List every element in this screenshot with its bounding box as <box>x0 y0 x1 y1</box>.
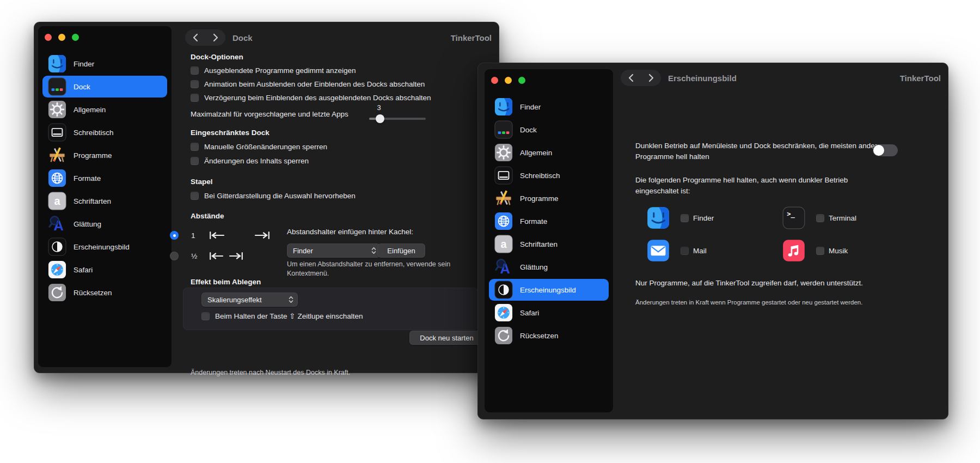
sidebar-item-label: Rücksetzen <box>74 289 112 297</box>
sidebar-item-formate[interactable]: Formate <box>42 167 167 189</box>
finder-icon <box>647 206 670 229</box>
sidebar-item-label: Formate <box>520 217 547 226</box>
sidebar-item-glaettung[interactable]: AGlättung <box>42 213 167 235</box>
sidebar-item-finder[interactable]: Finder <box>42 53 167 75</box>
section-title-spacing: Abstände <box>191 212 224 220</box>
sidebar-item-dock[interactable]: Dock <box>42 76 167 98</box>
slider-track[interactable] <box>369 118 426 120</box>
sidebar-item-schriftarten[interactable]: aSchriftarten <box>489 233 609 255</box>
apps-icon <box>494 189 513 208</box>
sidebar-item-label: Programme <box>520 194 559 203</box>
checkbox-dim-hidden-apps[interactable] <box>191 66 199 75</box>
checkbox-grid-highlight[interactable] <box>191 192 199 200</box>
sidebar-item-ruecksetzen[interactable]: Rücksetzen <box>489 325 609 346</box>
sidebar-item-label: Schriftarten <box>520 240 558 248</box>
section-title-restricted-dock: Eingeschränktes Dock <box>191 129 270 137</box>
section-title-stacks: Stapel <box>191 178 213 186</box>
app-item-mail: Mail <box>647 239 707 263</box>
checkbox-row: Änderungen des Inhalts sperren <box>191 157 309 165</box>
toggle-knob <box>873 145 884 156</box>
smoothing-icon: A <box>48 215 66 233</box>
max-apps-label: Maximalzahl für vorgeschlagene und letzt… <box>191 109 348 120</box>
reset-icon <box>494 326 513 345</box>
checkbox-lock-contents[interactable] <box>191 157 199 165</box>
dock-icon <box>494 120 513 139</box>
updown-chevron-icon <box>371 247 376 254</box>
fonts-icon: a <box>494 235 513 253</box>
sidebar-item-dock[interactable]: Dock <box>489 119 609 141</box>
checkbox-label: Animation beim Ausblenden oder Einblende… <box>204 80 425 88</box>
slider-knob[interactable] <box>376 114 384 123</box>
sidebar-item-safari[interactable]: Safari <box>489 302 609 324</box>
insert-spacer-button[interactable]: Einfügen <box>377 243 425 258</box>
sidebar-item-label: Dock <box>74 83 90 91</box>
effect-dropdown[interactable]: Skalierungseffekt <box>201 293 298 307</box>
radio-label: ½ <box>191 252 198 260</box>
dock-footnote: Änderungen treten nach Neustart des Dock… <box>191 368 350 377</box>
zoom-button[interactable] <box>72 34 79 41</box>
sidebar-item-erscheinungsbild[interactable]: Erscheinungsbild <box>42 236 167 258</box>
tile-dropdown[interactable]: Finder <box>287 243 381 258</box>
gear-icon <box>494 143 513 162</box>
app-item-finder: Finder <box>647 206 714 230</box>
checkbox-label: Ausgeblendete Programme gedimmt anzeigen <box>204 66 356 75</box>
sidebar-item-allgemein[interactable]: Allgemein <box>489 142 609 163</box>
sidebar-item-finder[interactable]: Finder <box>489 96 609 118</box>
zoom-button[interactable] <box>518 77 525 84</box>
globe-icon <box>494 212 513 230</box>
svg-text:a: a <box>500 238 507 250</box>
appearance-icon <box>494 281 513 299</box>
minimize-button[interactable] <box>505 77 512 84</box>
minimize-button[interactable] <box>58 34 65 41</box>
sidebar-item-label: Erscheinungsbild <box>74 243 130 251</box>
music-icon <box>782 239 805 262</box>
sidebar-item-programme[interactable]: Programme <box>489 187 609 209</box>
radio-half-spacer[interactable] <box>170 252 179 260</box>
sidebar-item-erscheinungsbild[interactable]: Erscheinungsbild <box>489 279 609 301</box>
dark-mode-toggle[interactable] <box>873 144 898 156</box>
slider-value: 3 <box>373 103 384 112</box>
radio-full-spacer[interactable] <box>170 231 179 240</box>
tile-dropdown-value: Finder <box>293 247 371 255</box>
app-checkbox-mail[interactable] <box>681 247 689 255</box>
checkbox-disable-dock-animation[interactable] <box>191 80 199 88</box>
app-checkbox-musik[interactable] <box>816 247 824 255</box>
appearance-icon <box>48 237 66 256</box>
app-checkbox-terminal[interactable] <box>816 214 824 222</box>
sidebar: FinderDockAllgemeinSchreibtischProgramme… <box>38 26 171 367</box>
sidebar-item-schreibtisch[interactable]: Schreibtisch <box>489 165 609 186</box>
sidebar-item-label: Finder <box>520 103 541 111</box>
app-checkbox-finder[interactable] <box>681 214 689 222</box>
sidebar-nav: FinderDockAllgemeinSchreibtischProgramme… <box>485 96 613 348</box>
sidebar-item-label: Formate <box>74 174 101 182</box>
sidebar-item-glaettung[interactable]: AGlättung <box>489 256 609 278</box>
reset-icon <box>48 283 66 302</box>
checkbox-slow-motion[interactable] <box>201 312 210 320</box>
sidebar-item-ruecksetzen[interactable]: Rücksetzen <box>42 282 167 303</box>
max-apps-slider[interactable]: 3 <box>369 103 429 122</box>
bar-arrow-right-icon <box>254 231 270 240</box>
desktop-icon <box>494 166 513 185</box>
restart-dock-button[interactable]: Dock neu starten <box>409 331 484 345</box>
spacer-insert-label: Abstandshalter einfügen hinter Kachel: <box>287 227 413 237</box>
checkbox-row: Manuelle Größenänderungen sperren <box>191 143 327 151</box>
sidebar-item-formate[interactable]: Formate <box>489 210 609 232</box>
close-button[interactable] <box>491 77 498 84</box>
finder-icon <box>48 54 66 73</box>
sidebar-item-schriftarten[interactable]: aSchriftarten <box>42 190 167 212</box>
sidebar-item-schreibtisch[interactable]: Schreibtisch <box>42 121 167 143</box>
checkbox-label: Beim Halten der Taste ⇧ Zeitlupe einscha… <box>215 312 363 320</box>
checkbox-row: Bei Gitterdarstellung die Auswahl hervor… <box>191 192 356 200</box>
app-label: Terminal <box>829 214 856 222</box>
traffic-lights <box>45 34 79 41</box>
sidebar-item-label: Allgemein <box>520 149 552 157</box>
close-button[interactable] <box>45 34 52 41</box>
apps-icon <box>48 146 66 165</box>
sidebar-item-label: Glättung <box>74 220 101 228</box>
updown-chevron-icon <box>289 296 293 303</box>
checkbox-disable-dock-delay[interactable] <box>191 94 199 102</box>
sidebar-item-safari[interactable]: Safari <box>42 259 167 281</box>
sidebar-item-programme[interactable]: Programme <box>42 144 167 166</box>
sidebar-item-allgemein[interactable]: Allgemein <box>42 99 167 120</box>
checkbox-lock-size[interactable] <box>191 143 199 151</box>
